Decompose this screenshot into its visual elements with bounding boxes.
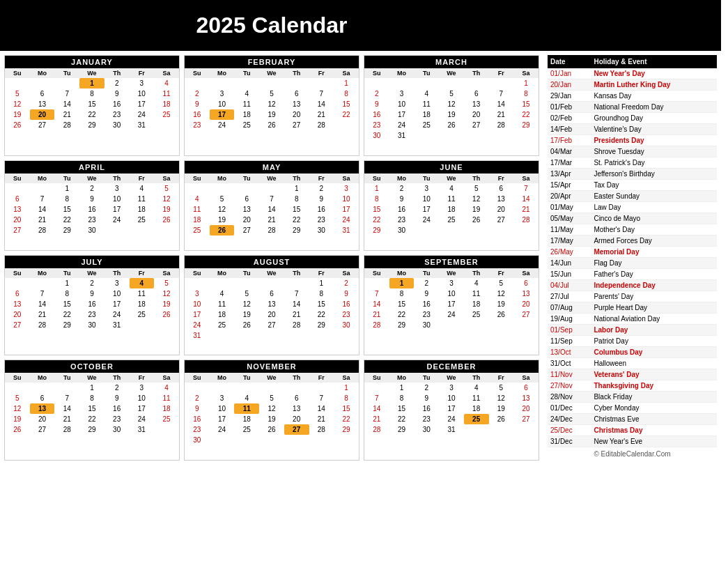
day-cell: 6 — [513, 278, 539, 288]
holiday-row: 27/NovThanksgiving Day — [548, 380, 717, 392]
day-cell: 2 — [104, 383, 130, 393]
day-cell: 3 — [185, 288, 210, 299]
month-header: DECEMBER — [364, 360, 539, 373]
day-cell — [464, 78, 489, 88]
day-cell: 5 — [154, 278, 179, 288]
day-cell: 6 — [284, 393, 309, 403]
day-cell — [364, 78, 389, 88]
day-header: Mo — [210, 373, 235, 383]
holiday-name: Cyber Monday — [591, 403, 717, 414]
holiday-date: 01/Jan — [548, 68, 591, 79]
day-cell: 11 — [130, 194, 155, 204]
day-cell: 28 — [309, 424, 334, 435]
day-header: We — [439, 68, 464, 78]
holiday-date: 31/Oct — [548, 358, 591, 369]
day-cell: 27 — [259, 320, 284, 330]
day-cell — [284, 330, 309, 341]
day-cell — [513, 320, 539, 330]
day-cell: 24 — [185, 320, 210, 330]
day-cell: 8 — [334, 88, 359, 99]
day-cell: 27 — [30, 120, 55, 130]
holiday-row: 01/MayLaw Day — [548, 202, 717, 213]
day-cell: 15 — [284, 204, 309, 215]
day-cell: 30 — [414, 320, 439, 330]
day-cell: 21 — [364, 309, 389, 320]
holiday-name: St. Patrick's Day — [591, 157, 717, 169]
day-cell: 14 — [364, 299, 389, 309]
day-cell: 7 — [309, 88, 334, 99]
holiday-row: 25/DecChristmas Day — [548, 425, 717, 436]
month-block-april: APRILSuMoTuWeThFrSa123456789101112131415… — [4, 160, 180, 251]
holiday-name: Groundhog Day — [591, 113, 717, 124]
day-cell: 1 — [334, 78, 359, 88]
day-header: Su — [185, 268, 210, 278]
holiday-row: 02/FebGroundhog Day — [548, 113, 717, 124]
day-cell: 20 — [234, 215, 259, 225]
day-header: Tu — [414, 173, 439, 183]
holiday-name: Mother's Day — [591, 224, 717, 236]
day-cell: 17 — [185, 309, 210, 320]
day-cell: 5 — [5, 88, 30, 99]
day-cell: 22 — [79, 109, 104, 120]
right-header-black — [543, 0, 721, 51]
day-header: Fr — [309, 68, 334, 78]
day-cell: 6 — [259, 288, 284, 299]
day-cell: 24 — [334, 215, 359, 225]
day-cell: 15 — [334, 403, 359, 414]
day-cell: 17 — [210, 109, 235, 120]
day-header: Mo — [210, 68, 235, 78]
holiday-row: 04/MarShrove Tuesday — [548, 146, 717, 157]
day-cell: 21 — [309, 414, 334, 424]
day-cell: 4 — [464, 278, 489, 288]
day-cell: 10 — [130, 88, 155, 99]
day-cell: 25 — [154, 109, 179, 120]
day-cell: 31 — [185, 330, 210, 341]
day-cell — [259, 278, 284, 288]
day-cell: 10 — [334, 194, 359, 204]
day-cell: 1 — [389, 278, 415, 288]
day-cell: 18 — [130, 204, 155, 215]
day-cell: 14 — [30, 204, 55, 215]
day-cell: 23 — [414, 414, 439, 424]
day-cell: 18 — [414, 109, 439, 120]
day-header: Th — [284, 373, 309, 383]
day-cell: 12 — [439, 99, 464, 109]
day-cell: 13 — [234, 204, 259, 215]
day-cell: 25 — [234, 424, 259, 435]
day-cell: 14 — [54, 99, 79, 109]
day-header: Su — [5, 173, 30, 183]
day-cell: 1 — [364, 183, 389, 194]
day-header: Th — [464, 68, 489, 78]
day-cell: 5 — [210, 194, 235, 204]
day-cell: 30 — [334, 320, 359, 330]
day-cell: 20 — [30, 414, 55, 424]
month-header: JUNE — [364, 161, 539, 173]
day-cell — [464, 320, 489, 330]
day-header: Mo — [30, 173, 55, 183]
day-cell: 14 — [309, 99, 334, 109]
day-cell: 22 — [79, 414, 104, 424]
day-cell: 4 — [234, 393, 259, 403]
day-cell: 11 — [185, 204, 210, 215]
day-cell: 30 — [309, 225, 334, 236]
holiday-row: 11/SepPatriot Day — [548, 336, 717, 347]
day-header: Th — [464, 173, 489, 183]
day-cell: 9 — [309, 194, 334, 204]
day-cell: 11 — [234, 99, 259, 109]
day-cell — [54, 78, 79, 88]
day-header: Sa — [513, 373, 539, 383]
day-cell: 26 — [5, 120, 30, 130]
holiday-name: Cinco de Mayo — [591, 213, 717, 224]
day-cell: 31 — [130, 424, 155, 435]
holiday-row: 11/NovVeterans' Day — [548, 369, 717, 380]
day-header: Sa — [513, 173, 539, 183]
day-cell: 18 — [210, 309, 235, 320]
day-header: Su — [364, 173, 389, 183]
day-cell — [439, 78, 464, 88]
month-block-march: MARCHSuMoTuWeThFrSa123456789101112131415… — [364, 55, 539, 156]
holiday-row: 27/JulParents' Day — [548, 291, 717, 302]
day-cell: 3 — [439, 383, 464, 393]
day-cell: 13 — [30, 403, 55, 414]
day-cell: 4 — [130, 278, 155, 288]
day-cell: 31 — [439, 424, 464, 435]
